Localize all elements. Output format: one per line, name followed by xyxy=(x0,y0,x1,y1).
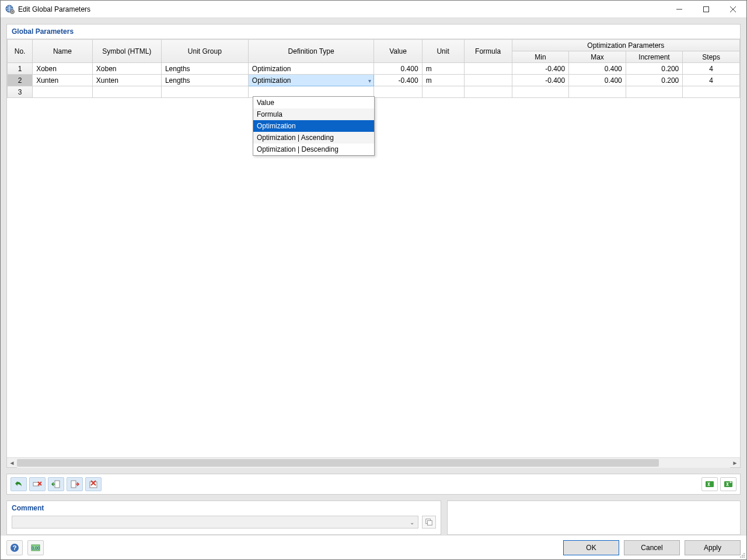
cell-value[interactable]: -0.400 xyxy=(374,75,422,86)
cell-steps[interactable]: 4 xyxy=(683,75,740,86)
col-steps[interactable]: Steps xyxy=(683,51,740,63)
cell-max[interactable]: 0.400 xyxy=(569,75,626,86)
cell-unit[interactable]: m xyxy=(422,75,464,86)
shift-left-button[interactable] xyxy=(48,477,64,491)
cell-symbol[interactable] xyxy=(92,86,161,98)
svg-point-2 xyxy=(12,11,13,12)
units-button[interactable]: 0,00 xyxy=(27,540,44,555)
undo-button[interactable] xyxy=(11,477,27,491)
cell-formula[interactable] xyxy=(464,86,512,98)
cell-value[interactable] xyxy=(374,86,422,98)
col-name[interactable]: Name xyxy=(33,40,93,63)
svg-rect-3 xyxy=(704,6,709,12)
horizontal-scrollbar[interactable]: ◄ ► xyxy=(7,457,740,467)
cell-value[interactable]: 0.400 xyxy=(374,63,422,75)
svg-point-21 xyxy=(740,556,741,558)
cell-unit[interactable] xyxy=(422,86,464,98)
col-unit-group[interactable]: Unit Group xyxy=(161,40,248,63)
svg-point-19 xyxy=(743,556,745,558)
cell-unit[interactable]: m xyxy=(422,63,464,75)
cancel-button[interactable]: Cancel xyxy=(624,540,680,555)
global-parameters-panel: Global Parameters No. Name Symbol (HTML)… xyxy=(6,24,741,468)
dropdown-item[interactable]: Value xyxy=(253,97,374,108)
svg-rect-11 xyxy=(427,520,432,525)
col-increment[interactable]: Increment xyxy=(626,51,683,63)
cell-steps[interactable] xyxy=(683,86,740,98)
cell-name[interactable]: Xoben xyxy=(33,63,93,75)
row-number[interactable]: 3 xyxy=(8,86,33,98)
cell-min[interactable]: -0.400 xyxy=(512,75,569,86)
cell-def-type[interactable]: Optimization xyxy=(248,63,374,75)
col-unit[interactable]: Unit xyxy=(422,40,464,63)
bottom-panels: Comment ⌄ xyxy=(6,501,741,535)
excel-export-button[interactable] xyxy=(701,477,718,491)
cell-name[interactable]: Xunten xyxy=(33,75,93,86)
row-number[interactable]: 1 xyxy=(8,63,33,75)
svg-point-17 xyxy=(743,555,745,556)
maximize-button[interactable] xyxy=(693,1,720,18)
def-type-dropdown-list[interactable]: Value Formula Optimization Optimization … xyxy=(253,96,375,156)
dropdown-item[interactable]: Optimization | Ascending xyxy=(253,132,374,144)
scroll-track[interactable] xyxy=(17,458,730,468)
col-symbol[interactable]: Symbol (HTML) xyxy=(92,40,161,63)
cell-unit-group[interactable]: Lengths xyxy=(161,75,248,86)
chevron-down-icon: ▾ xyxy=(368,77,371,83)
dropdown-selected: Optimization xyxy=(252,76,291,85)
row-number[interactable]: 2 xyxy=(8,75,33,86)
col-value[interactable]: Value xyxy=(374,40,422,63)
col-no[interactable]: No. xyxy=(8,40,33,63)
col-group-optimization[interactable]: Optimization Parameters xyxy=(512,40,739,51)
dropdown-item[interactable]: Formula xyxy=(253,108,374,120)
cell-name[interactable] xyxy=(33,86,93,98)
cell-max[interactable] xyxy=(569,86,626,98)
resize-grip[interactable] xyxy=(738,551,745,558)
col-max[interactable]: Max xyxy=(569,51,626,63)
excel-import-button[interactable] xyxy=(720,477,736,491)
table-row[interactable]: 1 Xoben Xoben Lengths Optimization 0.400… xyxy=(8,63,740,75)
apply-button[interactable]: Apply xyxy=(685,540,741,555)
window-title: Edit Global Parameters xyxy=(18,5,90,13)
chevron-down-icon: ⌄ xyxy=(410,519,414,526)
delete-all-button[interactable] xyxy=(85,477,102,491)
ok-button[interactable]: OK xyxy=(563,540,619,555)
minimize-button[interactable] xyxy=(666,1,693,18)
dialog-window: Edit Global Parameters Global Parameters… xyxy=(0,0,747,560)
table-toolbar xyxy=(6,474,741,495)
scroll-left-icon[interactable]: ◄ xyxy=(7,458,17,468)
scroll-right-icon[interactable]: ► xyxy=(730,458,740,468)
cell-min[interactable] xyxy=(512,86,569,98)
shift-right-button[interactable] xyxy=(67,477,83,491)
cell-steps[interactable]: 4 xyxy=(683,63,740,75)
col-formula[interactable]: Formula xyxy=(464,40,512,63)
comment-select[interactable]: ⌄ xyxy=(12,516,418,528)
cell-increment[interactable] xyxy=(626,86,683,98)
cell-def-type-dropdown[interactable]: Optimization ▾ xyxy=(248,75,374,86)
table-row[interactable]: 2 Xunten Xunten Lengths Optimization ▾ -… xyxy=(8,75,740,86)
help-button[interactable]: ? xyxy=(6,540,23,555)
app-icon xyxy=(5,5,15,14)
col-def-type[interactable]: Definition Type xyxy=(248,40,374,63)
svg-rect-5 xyxy=(55,481,60,488)
cell-formula[interactable] xyxy=(464,63,512,75)
cell-min[interactable]: -0.400 xyxy=(512,63,569,75)
panel-title: Global Parameters xyxy=(7,24,740,39)
cell-max[interactable]: 0.400 xyxy=(569,63,626,75)
dropdown-item[interactable]: Optimization | Descending xyxy=(253,144,374,155)
close-button[interactable] xyxy=(720,1,746,18)
cell-symbol[interactable]: Xoben xyxy=(92,63,161,75)
dropdown-item[interactable]: Optimization xyxy=(253,120,374,132)
cell-symbol[interactable]: Xunten xyxy=(92,75,161,86)
cell-increment[interactable]: 0.200 xyxy=(626,63,683,75)
svg-text:?: ? xyxy=(13,544,17,551)
cell-increment[interactable]: 0.200 xyxy=(626,75,683,86)
cell-formula[interactable] xyxy=(464,75,512,86)
dialog-footer: ? 0,00 OK Cancel Apply xyxy=(1,535,746,559)
grid-area: No. Name Symbol (HTML) Unit Group Defini… xyxy=(7,39,740,457)
scroll-thumb[interactable] xyxy=(17,459,659,467)
parameters-table[interactable]: No. Name Symbol (HTML) Unit Group Defini… xyxy=(7,39,740,98)
cell-unit-group[interactable]: Lengths xyxy=(161,63,248,75)
cell-unit-group[interactable] xyxy=(161,86,248,98)
col-min[interactable]: Min xyxy=(512,51,569,63)
delete-row-button[interactable] xyxy=(29,477,46,491)
comment-library-button[interactable] xyxy=(422,516,436,528)
